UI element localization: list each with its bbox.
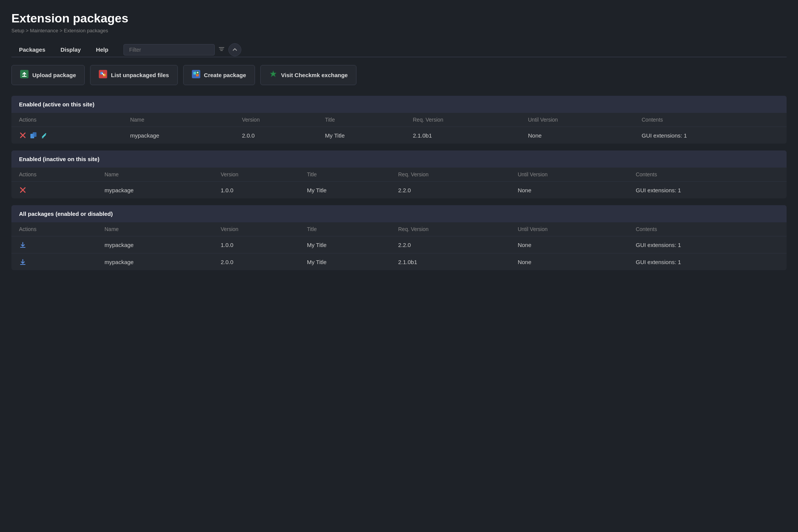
section-header-all: All packages (enabled or disabled) (11, 205, 787, 222)
collapse-button[interactable] (228, 43, 241, 56)
cell-req_version: 2.2.0 (391, 236, 510, 253)
section-all: All packages (enabled or disabled)Action… (11, 205, 787, 270)
visit-exchange-label: Visit Checkmk exchange (281, 72, 348, 78)
table-active: ActionsNameVersionTitleReq. VersionUntil… (11, 113, 787, 144)
col-header-req--version: Req. Version (405, 113, 521, 127)
section-header-active: Enabled (active on this site) (11, 96, 787, 113)
table-row: mypackage1.0.0My Title2.2.0NoneGUI exten… (11, 182, 787, 199)
cell-contents: GUI extensions: 1 (634, 127, 787, 144)
col-header-actions: Actions (11, 168, 97, 182)
col-header-title: Title (317, 113, 405, 127)
section-header-inactive: Enabled (inactive on this site) (11, 150, 787, 168)
cell-until_version: None (520, 127, 634, 144)
menu-item-packages[interactable]: Packages (11, 43, 53, 57)
cell-until_version: None (510, 182, 628, 199)
cell-until_version: None (510, 253, 628, 271)
col-header-contents: Contents (628, 168, 787, 182)
svg-rect-11 (196, 74, 199, 76)
actions-cell (11, 127, 122, 144)
col-header-version: Version (213, 222, 299, 236)
col-header-name: Name (97, 222, 213, 236)
page-title: Extension packages (11, 11, 787, 25)
cell-contents: GUI extensions: 1 (628, 182, 787, 199)
action-buttons: Upload package List unpackaged files Cre… (11, 65, 787, 85)
col-header-req--version: Req. Version (391, 168, 510, 182)
breadcrumb: Setup > Maintenance > Extension packages (11, 28, 787, 33)
col-header-until-version: Until Version (510, 168, 628, 182)
sections-container: Enabled (active on this site)ActionsName… (11, 96, 787, 270)
col-header-version: Version (234, 113, 318, 127)
cell-version: 2.0.0 (213, 253, 299, 271)
list-unpackaged-button[interactable]: List unpackaged files (90, 65, 178, 85)
download-icon[interactable] (19, 241, 27, 249)
list-unpackaged-icon (99, 70, 107, 80)
download-icon[interactable] (19, 258, 27, 266)
col-header-name: Name (97, 168, 213, 182)
create-package-icon (192, 70, 200, 80)
actions-cell (11, 253, 97, 271)
cell-version: 2.0.0 (234, 127, 318, 144)
cell-name: mypackage (97, 236, 213, 253)
clone-icon[interactable] (30, 131, 37, 139)
cell-title: My Title (317, 127, 405, 144)
col-header-version: Version (213, 168, 299, 182)
svg-rect-10 (193, 72, 196, 74)
create-package-label: Create package (204, 72, 246, 78)
col-header-until-version: Until Version (510, 222, 628, 236)
col-header-contents: Contents (634, 113, 787, 127)
filter-input[interactable] (124, 44, 215, 55)
filter-icon (218, 45, 225, 54)
col-header-until-version: Until Version (520, 113, 634, 127)
create-package-button[interactable]: Create package (183, 65, 255, 85)
col-header-title: Title (299, 222, 391, 236)
cell-contents: GUI extensions: 1 (628, 236, 787, 253)
upload-icon (20, 70, 28, 80)
cell-version: 1.0.0 (213, 182, 299, 199)
exchange-icon (269, 70, 277, 80)
table-inactive: ActionsNameVersionTitleReq. VersionUntil… (11, 168, 787, 198)
delete-icon[interactable] (19, 186, 27, 194)
col-header-req--version: Req. Version (391, 222, 510, 236)
upload-package-button[interactable]: Upload package (11, 65, 85, 85)
cell-req_version: 2.1.0b1 (405, 127, 521, 144)
cell-name: mypackage (97, 182, 213, 199)
svg-rect-19 (33, 132, 36, 137)
table-all: ActionsNameVersionTitleReq. VersionUntil… (11, 222, 787, 270)
cell-until_version: None (510, 236, 628, 253)
actions-cell (11, 236, 97, 253)
col-header-title: Title (299, 168, 391, 182)
toolbar: Packages Display Help (11, 43, 787, 57)
svg-marker-15 (270, 71, 276, 77)
cell-title: My Title (299, 182, 391, 199)
cell-name: mypackage (97, 253, 213, 271)
cell-req_version: 2.1.0b1 (391, 253, 510, 271)
menu-bar: Packages Display Help (11, 43, 116, 57)
table-row: mypackage2.0.0My Title2.1.0b1NoneGUI ext… (11, 127, 787, 144)
col-header-actions: Actions (11, 222, 97, 236)
delete-icon[interactable] (19, 131, 27, 139)
list-unpackaged-label: List unpackaged files (111, 72, 169, 78)
cell-title: My Title (299, 236, 391, 253)
cell-contents: GUI extensions: 1 (628, 253, 787, 271)
section-inactive: Enabled (inactive on this site)ActionsNa… (11, 150, 787, 198)
filter-area (124, 43, 787, 56)
cell-version: 1.0.0 (213, 236, 299, 253)
cell-req_version: 2.2.0 (391, 182, 510, 199)
section-active: Enabled (active on this site)ActionsName… (11, 96, 787, 144)
menu-item-display[interactable]: Display (53, 43, 88, 57)
actions-cell (11, 182, 97, 199)
visit-exchange-button[interactable]: Visit Checkmk exchange (260, 65, 357, 85)
col-header-name: Name (122, 113, 234, 127)
upload-package-label: Upload package (32, 72, 76, 78)
cell-name: mypackage (122, 127, 234, 144)
table-row: mypackage1.0.0My Title2.2.0NoneGUI exten… (11, 236, 787, 253)
menu-item-help[interactable]: Help (89, 43, 116, 57)
col-header-contents: Contents (628, 222, 787, 236)
cell-title: My Title (299, 253, 391, 271)
table-row: mypackage2.0.0My Title2.1.0b1NoneGUI ext… (11, 253, 787, 271)
edit-icon[interactable] (40, 131, 48, 139)
col-header-actions: Actions (11, 113, 122, 127)
